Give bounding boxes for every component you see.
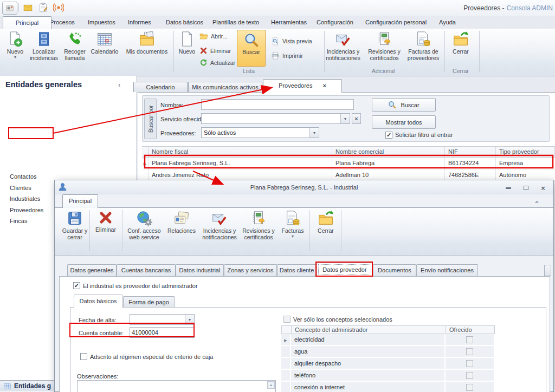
tab-datos-proveedor[interactable]: Datos proveedor [317, 263, 373, 277]
menu-tab-configuracion-personal[interactable]: Configuración personal [360, 17, 432, 28]
lista-nuevo-button[interactable]: Nuevo [176, 30, 198, 55]
dropdown-icon[interactable]: ▾ [185, 315, 194, 324]
column-header-nif[interactable]: NIF [445, 147, 496, 157]
abrir-button[interactable]: Abrir... [199, 32, 227, 41]
guardar-cerrar-button[interactable]: Guardar y cerrar [61, 210, 88, 240]
broadcast-signal-icon[interactable] [53, 2, 64, 13]
tab-scroll-button[interactable] [544, 265, 551, 276]
vista-previa-button[interactable]: Vista previa [271, 37, 312, 45]
dialog-cerrar-button[interactable]: Cerrar [312, 210, 340, 234]
mail-check-icon [335, 31, 351, 47]
tab-datos-cliente[interactable]: Datos cliente [277, 264, 317, 277]
mis-documentos-button[interactable]: Mis documentos [121, 30, 172, 55]
ofrecido-checkbox[interactable] [466, 336, 473, 343]
tasks-clipboard-icon[interactable] [38, 2, 48, 13]
table-row[interactable]: ▶ Plana Fabrega Serinseg, S.L. Plana Fab… [142, 158, 555, 169]
tab-datos-industrial[interactable]: Datos industrial [176, 264, 224, 277]
concept-row[interactable]: ▶ electricidad [281, 334, 495, 346]
tab-zonas-servicios[interactable]: Zonas y servicios [224, 264, 277, 277]
app-menu-button[interactable] [2, 2, 17, 15]
doc-tab-comunicados[interactable]: Mis comunicados activos [188, 82, 262, 92]
servicio-combo[interactable]: ▾ [201, 113, 350, 124]
recoger-llamada-button[interactable]: Recoger llamada [61, 30, 89, 61]
menu-tab-plantillas[interactable]: Plantillas de texto [207, 17, 264, 28]
doc-tab-proveedores[interactable]: Proveedores × [263, 79, 342, 93]
delete-x-icon [98, 210, 113, 225]
scroll-up-icon[interactable]: ▲ [267, 381, 275, 389]
clear-servicio-button[interactable]: × [352, 113, 361, 124]
sidebar-collapse-icon[interactable]: ‹ [118, 81, 120, 89]
menu-tab-impuestos[interactable]: Impuestos [82, 17, 121, 28]
ofrecido-checkbox[interactable] [466, 384, 473, 391]
localizar-incidencias-button[interactable]: Localizar incidencias [28, 30, 60, 61]
tab-documentos[interactable]: Documentos [373, 264, 416, 277]
dialog-titlebar[interactable]: Plana Fabrega Serinseg, S.L. - Industria… [55, 180, 553, 194]
solicitar-filtro-checkbox[interactable]: ✓ [385, 132, 392, 139]
conf-acceso-web-button[interactable]: Conf. acceso web service [125, 210, 164, 240]
collapse-ribbon-icon[interactable]: ‹ [533, 201, 541, 203]
menu-tab-configuracion[interactable]: Configuración [311, 17, 359, 28]
close-button[interactable]: × [536, 184, 550, 192]
dialog-eliminar-button[interactable]: Eliminar [92, 210, 120, 233]
sidebar-item-contactos[interactable]: Contactos [10, 172, 37, 181]
cerrar-button[interactable]: Cerrar [446, 30, 476, 55]
buscar-search-button[interactable]: Buscar [372, 98, 436, 112]
dropdown-icon[interactable]: ▾ [340, 114, 350, 123]
observaciones-textarea[interactable]: ▲ [77, 380, 276, 392]
concept-row[interactable]: agua [281, 346, 495, 358]
restore-button[interactable] [519, 184, 533, 192]
incidencias-notificaciones-button[interactable]: Incidencias y notificaciones [323, 30, 363, 61]
menu-tab-datos-basicos[interactable]: Datos básicos [160, 17, 209, 28]
close-tab-icon[interactable]: × [323, 82, 326, 89]
minimize-button[interactable] [501, 184, 515, 192]
ofrecido-checkbox[interactable] [466, 372, 473, 379]
dropdown-icon[interactable]: ▾ [309, 128, 319, 138]
sidebar-item-proveedores[interactable]: Proveedores [10, 206, 43, 215]
cell-tipo: Autónomo [496, 169, 555, 181]
dialog-revisiones-button[interactable]: Revisiones y certificados [237, 210, 280, 240]
column-header-nombre-fiscal[interactable]: Nombre fiscal [149, 147, 332, 157]
concept-row[interactable]: teléfono [281, 370, 495, 382]
proveedores-filter-combo[interactable]: Sólo activos ▾ [201, 127, 319, 138]
column-header-ofrecido[interactable]: Ofrecido [446, 326, 494, 334]
relaciones-button[interactable]: Relaciones [165, 210, 198, 234]
ver-solo-conceptos-checkbox[interactable] [283, 316, 291, 323]
concept-row[interactable]: conexión a internet [281, 382, 495, 392]
revisiones-certificados-button[interactable]: Revisiones y certificados [364, 30, 404, 61]
ofrecido-checkbox[interactable] [466, 348, 473, 355]
doc-tab-calendario[interactable]: Calendario [133, 82, 188, 92]
tab-envio-notificaciones[interactable]: Envío notificaciones [416, 264, 478, 277]
menu-tab-informes[interactable]: Informes [122, 17, 157, 28]
buscar-button-active[interactable]: Buscar [237, 30, 266, 67]
ofrecido-checkbox[interactable] [466, 360, 473, 367]
concept-row[interactable]: alquiler despacho [281, 358, 495, 370]
mail-icon[interactable] [23, 3, 33, 12]
eliminar-button[interactable]: Eliminar [199, 47, 231, 55]
actualizar-button[interactable]: Actualizar [199, 58, 235, 67]
column-header-concepto[interactable]: Concepto del administrador [292, 326, 446, 334]
dialog-tab-principal[interactable]: Principal [62, 194, 98, 208]
dialog-facturas-button[interactable]: Facturas ▾ [279, 210, 306, 239]
imprimir-button[interactable]: Imprimir [271, 51, 303, 60]
sidebar-item-fincas[interactable]: Fincas [10, 217, 27, 226]
column-header-tipo-proveedor[interactable]: Tipo proveedor [496, 147, 555, 157]
tab-datos-generales[interactable]: Datos generales [67, 264, 117, 277]
nuevo-split-button[interactable]: Nuevo ▾ [3, 30, 27, 60]
subtab-datos-basicos[interactable]: Datos básicos [74, 295, 122, 308]
calendario-button[interactable]: Calendario [89, 30, 120, 55]
facturas-proveedores-button[interactable]: Facturas de proveedores [405, 30, 441, 61]
sidebar-item-industriales[interactable]: Industriales [10, 194, 40, 204]
menu-tab-herramientas[interactable]: Herramientas [266, 17, 312, 28]
fecha-alta-combo[interactable]: ▾ [130, 314, 195, 325]
nombre-input[interactable] [201, 99, 354, 110]
sidebar-item-clientes[interactable]: Clientes [10, 184, 31, 193]
cuenta-contable-input[interactable] [130, 327, 195, 338]
menu-tab-ayuda[interactable]: Ayuda [434, 17, 461, 28]
menu-tab-principal[interactable]: Principal [3, 16, 51, 29]
adscrito-checkbox[interactable] [80, 353, 87, 360]
mostrar-todos-button[interactable]: Mostrar todos [372, 115, 436, 129]
tab-cuentas-bancarias[interactable]: Cuentas bancarias [117, 264, 176, 277]
subtab-forma-pago[interactable]: Forma de pago [123, 296, 175, 308]
column-header-nombre-comercial[interactable]: Nombre comercial [332, 147, 445, 157]
industrial-proveedor-checkbox[interactable]: ✓ [73, 282, 80, 289]
